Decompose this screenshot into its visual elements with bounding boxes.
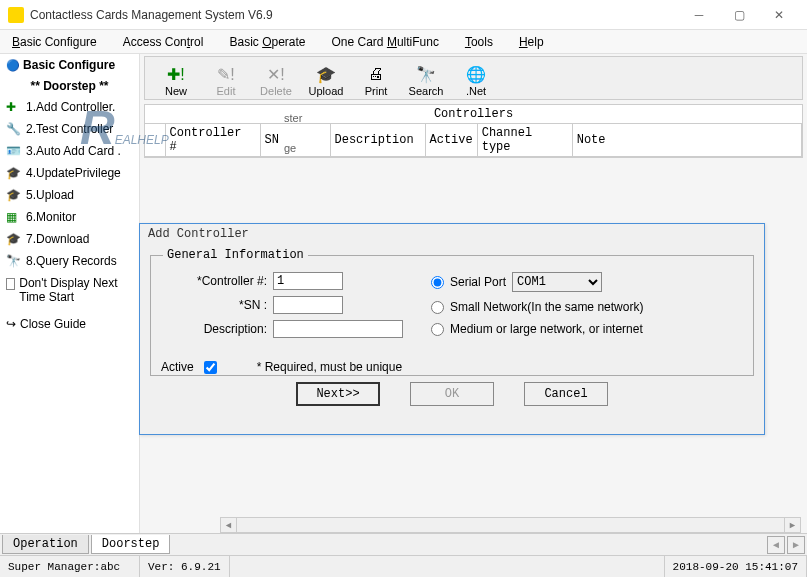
controller-no-input[interactable] [273,272,343,290]
status-datetime: 2018-09-20 15:41:07 [665,556,807,577]
col-channel-type[interactable]: Channel type [477,124,572,157]
remnant-text: ge [284,142,296,154]
table-caption: Controllers [145,105,802,124]
active-checkbox[interactable] [204,361,217,374]
sidebar-item-add-controller[interactable]: ✚1.Add Controller. [0,96,139,118]
scroll-right-icon[interactable]: ► [784,518,800,532]
tab-doorstep[interactable]: Doorstep [91,535,171,554]
status-user: Super Manager:abc [0,556,140,577]
sidebar-item-download[interactable]: 🎓7.Download [0,228,139,250]
title-bar: Contactless Cards Management System V6.9… [0,0,807,30]
horizontal-scrollbar[interactable]: ◄ ► [220,517,801,533]
search-icon: 🔭 [416,64,436,84]
menu-basic-configure[interactable]: Basic Configure [8,33,101,51]
menu-tools[interactable]: Tools [461,33,497,51]
bottom-tab-bar: Operation Doorstep ◄ ► [0,533,807,555]
toolbar-search[interactable]: 🔭Search [401,64,451,97]
serial-port-label: Serial Port [450,275,506,289]
tab-scroll-right[interactable]: ► [787,536,805,554]
menu-bar: Basic Configure Access Control Basic Ope… [0,30,807,54]
sn-label: *SN : [163,298,273,312]
guide-sidebar: 🔵 Basic Configure ** Doorstep ** ✚1.Add … [0,54,140,555]
add-controller-dialog: Add Controller General Information *Cont… [139,223,765,435]
close-button[interactable]: ✕ [759,1,799,29]
scroll-track[interactable] [237,518,784,532]
group-legend: General Information [163,248,308,262]
card-icon: 🪪 [6,144,22,158]
sidebar-item-test-controller[interactable]: 🔧2.Test Controller [0,118,139,140]
sidebar-item-upload[interactable]: 🎓5.Upload [0,184,139,206]
wrench-icon: 🔧 [6,122,22,136]
dont-display-label: Don't Display Next Time Start [19,276,133,305]
status-bar: Super Manager:abc Ver: 6.9.21 2018-09-20… [0,555,807,577]
description-label: Description: [163,322,273,336]
small-network-radio[interactable] [431,301,444,314]
next-button[interactable]: Next>> [296,382,380,406]
status-empty [230,556,665,577]
col-note[interactable]: Note [572,124,801,157]
remnant-text: ster [284,112,302,124]
col-description[interactable]: Description [330,124,425,157]
small-network-label: Small Network(In the same network) [450,300,643,314]
scroll-left-icon[interactable]: ◄ [221,518,237,532]
description-input[interactable] [273,320,403,338]
cancel-button[interactable]: Cancel [524,382,608,406]
ok-button[interactable]: OK [410,382,494,406]
menu-access-control[interactable]: Access Control [119,33,208,51]
toolbar: ✚!New ✎!Edit ✕!Delete 🎓Upload 🖨Print 🔭Se… [144,56,803,100]
tab-scroll-left[interactable]: ◄ [767,536,785,554]
status-version: Ver: 6.9.21 [140,556,230,577]
binoculars-icon: 🔭 [6,254,22,268]
menu-one-card[interactable]: One Card MultiFunc [328,33,443,51]
sidebar-item-update-privilege[interactable]: 🎓4.UpdatePrivilege [0,162,139,184]
delete-icon: ✕! [266,64,286,84]
serial-port-select[interactable]: COM1 [512,272,602,292]
toolbar-edit[interactable]: ✎!Edit [201,64,251,97]
maximize-button[interactable]: ▢ [719,1,759,29]
col-controller-no[interactable]: Controller # [165,124,260,157]
sidebar-item-auto-add-card[interactable]: 🪪3.Auto Add Card . [0,140,139,162]
general-info-group: General Information *Controller #: *SN :… [150,248,754,376]
medium-network-label: Medium or large network, or internet [450,322,643,336]
toolbar-delete[interactable]: ✕!Delete [251,64,301,97]
upload-icon: 🎓 [316,64,336,84]
checkbox-icon[interactable] [6,278,15,290]
toolbar-new[interactable]: ✚!New [151,64,201,97]
plus-icon: ✚ [6,100,22,114]
sidebar-item-monitor[interactable]: ▦6.Monitor [0,206,139,228]
minimize-button[interactable]: ─ [679,1,719,29]
dont-display-checkbox-row[interactable]: Don't Display Next Time Start [0,272,139,309]
arrow-icon: ↪ [6,317,16,331]
edit-icon: ✎! [216,64,236,84]
net-icon: 🌐 [466,64,486,84]
required-note: * Required, must be unique [257,360,402,374]
print-icon: 🖨 [366,64,386,84]
toolbar-upload[interactable]: 🎓Upload [301,64,351,97]
menu-basic-operate[interactable]: Basic Operate [225,33,309,51]
sn-input[interactable] [273,296,343,314]
toolbar-print[interactable]: 🖨Print [351,64,401,97]
download-icon: 🎓 [6,232,22,246]
serial-port-radio[interactable] [431,276,444,289]
active-label: Active [161,360,194,374]
sidebar-group-title: ** Doorstep ** [0,76,139,96]
row-selector-col[interactable] [145,124,165,157]
window-title: Contactless Cards Management System V6.9 [30,8,679,22]
medium-network-radio[interactable] [431,323,444,336]
dialog-title: Add Controller [140,224,764,244]
new-icon: ✚! [166,64,186,84]
controller-no-label: *Controller #: [163,274,273,288]
toolbar-net[interactable]: 🌐.Net [451,64,501,97]
sidebar-header: 🔵 Basic Configure [0,54,139,76]
tab-operation[interactable]: Operation [2,535,89,554]
col-active[interactable]: Active [425,124,477,157]
app-icon [8,7,24,23]
close-guide-button[interactable]: ↪ Close Guide [0,313,139,335]
menu-help[interactable]: Help [515,33,548,51]
upload-icon: 🎓 [6,188,22,202]
monitor-icon: ▦ [6,210,22,224]
table-header-row: Controller # SN Description Active Chann… [145,124,802,157]
controllers-table: Controllers Controller # SN Description … [144,104,803,158]
privilege-icon: 🎓 [6,166,22,180]
sidebar-item-query-records[interactable]: 🔭8.Query Records [0,250,139,272]
